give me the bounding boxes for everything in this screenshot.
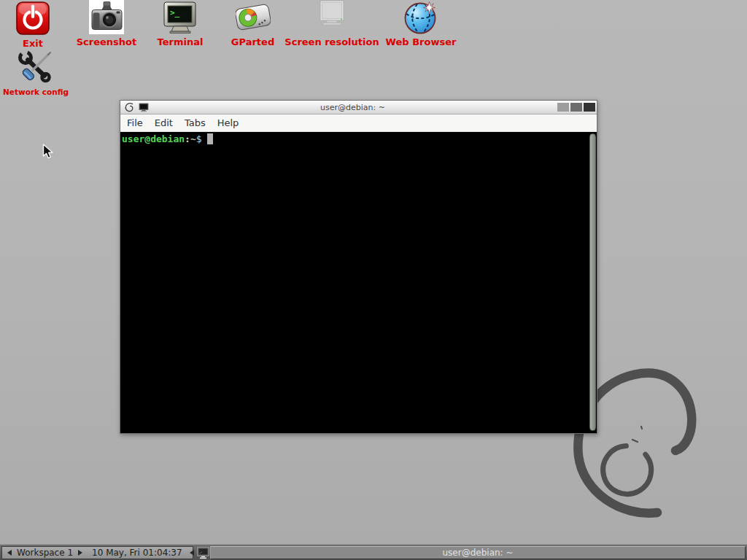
menu-edit[interactable]: Edit (149, 114, 179, 131)
maximize-button[interactable] (570, 103, 582, 112)
icon-label: Screenshot (77, 37, 137, 47)
taskbar-window-button[interactable]: user@debian: ~ (210, 546, 746, 559)
icon-label: Network config (3, 87, 69, 97)
icon-label: Terminal (158, 37, 204, 47)
desktop-icon-web-browser[interactable]: Web Browser (384, 0, 458, 47)
terminal-scrollbar[interactable] (589, 133, 596, 431)
icon-label: GParted (231, 37, 274, 47)
mouse-cursor (42, 144, 55, 160)
shell-prompt: user@debian:~$ (122, 133, 213, 145)
workspace-label[interactable]: Workspace 1 (17, 548, 73, 558)
icon-label: Screen resolution (285, 37, 379, 47)
power-icon (16, 1, 50, 36)
terminal-screen[interactable]: user@debian:~$ (120, 132, 597, 433)
prompt-user-host: user@debian (122, 133, 185, 144)
workspace-clock-panel: Workspace 1 10 May, Fri 01:04:37 (1, 546, 193, 559)
globe-icon (403, 0, 438, 35)
hard-disk-partition-icon (236, 0, 271, 35)
terminal-menubar: File Edit Tabs Help (120, 114, 597, 132)
desktop: Exit Screenshot (0, 0, 747, 560)
taskbar-clock: 10 May, Fri 01:04:37 (92, 548, 182, 558)
clock-prev-arrow-icon[interactable] (190, 550, 194, 556)
terminal-icon-glyph: >_ (170, 8, 180, 18)
text-cursor (207, 133, 213, 144)
desktop-icon-exit[interactable]: Exit (7, 1, 58, 49)
taskbar: Workspace 1 10 May, Fri 01:04:37 user@de… (0, 544, 747, 560)
desktop-icon-network-config[interactable]: Network config (2, 50, 69, 97)
desktop-icon-gparted[interactable]: GParted (226, 0, 279, 47)
icon-label: Web Browser (386, 37, 457, 47)
close-button[interactable] (584, 103, 595, 112)
prompt-path: ~ (190, 133, 196, 144)
workspace-next-arrow-icon[interactable] (78, 550, 82, 556)
monitor-icon (197, 547, 210, 559)
prompt-symbol: $ (196, 133, 202, 144)
menu-help[interactable]: Help (212, 114, 245, 131)
minimize-button[interactable] (557, 103, 569, 112)
desktop-icon-terminal[interactable]: >_ Terminal (149, 0, 212, 47)
menu-tabs[interactable]: Tabs (179, 114, 212, 131)
prompt-separator: : (185, 133, 190, 144)
window-titlebar[interactable]: user@debian: ~ (120, 101, 597, 114)
show-desktop-button[interactable] (197, 547, 210, 559)
icon-label: Exit (23, 39, 43, 49)
terminal-window: user@debian: ~ File Edit Tabs Help user@… (120, 100, 597, 434)
window-title: user@debian: ~ (120, 101, 585, 114)
menu-file[interactable]: File (121, 114, 149, 131)
workspace-prev-arrow-icon[interactable] (7, 550, 12, 556)
crt-terminal-icon: >_ (163, 0, 198, 35)
task-button-label: user@debian: ~ (443, 548, 514, 558)
tools-icon (18, 50, 54, 85)
desktop-icon-screenshot[interactable]: Screenshot (73, 0, 140, 47)
camera-icon (88, 0, 125, 35)
desktop-icon-screen-resolution[interactable]: Screen resolution (283, 0, 381, 47)
monitor-icon (314, 0, 349, 35)
